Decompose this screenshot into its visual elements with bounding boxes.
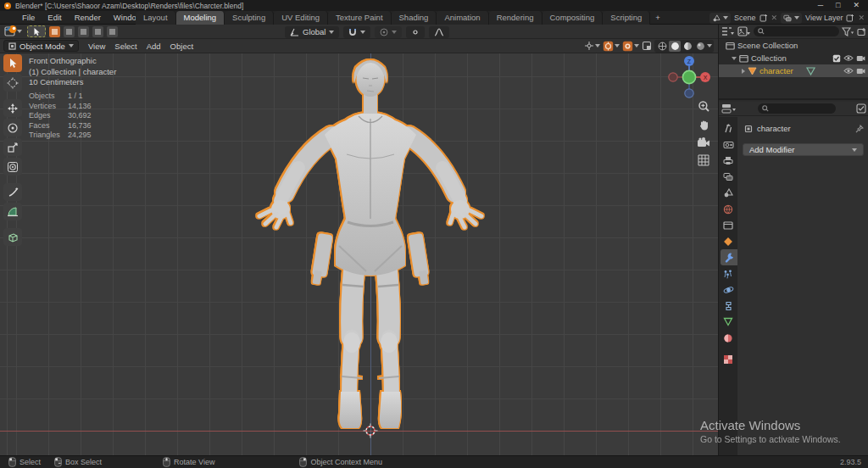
tab-world[interactable] (719, 201, 737, 217)
display-mode-icon[interactable] (721, 26, 735, 36)
menu-file[interactable]: File (22, 13, 35, 22)
menu-render[interactable]: Render (75, 13, 101, 22)
orientation-select[interactable]: Global (285, 26, 339, 38)
tab-material[interactable] (719, 330, 737, 346)
tab-object-data[interactable] (719, 314, 737, 330)
character-model[interactable] (253, 47, 493, 455)
new-collection-icon[interactable] (857, 27, 866, 36)
properties-search[interactable] (758, 103, 836, 114)
maximize-button[interactable]: □ (836, 0, 840, 11)
shading-material[interactable] (682, 41, 693, 52)
unlink-scene-icon[interactable]: ✕ (771, 14, 778, 22)
pin-icon[interactable] (855, 125, 864, 133)
add-workspace-button[interactable]: + (650, 11, 665, 25)
new-view-layer-icon[interactable] (846, 14, 854, 22)
new-scene-icon[interactable] (760, 14, 768, 22)
filter-type-icon[interactable] (737, 26, 751, 36)
outliner-character[interactable]: character (719, 64, 868, 77)
remove-view-layer-icon[interactable]: ✕ (858, 14, 866, 22)
close-button[interactable]: ✕ (853, 0, 860, 11)
tab-collection[interactable] (719, 217, 737, 233)
tab-particles[interactable] (719, 265, 737, 281)
menu-edit[interactable]: Edit (47, 13, 61, 22)
minimize-button[interactable]: ─ (818, 0, 823, 11)
menu-object[interactable]: Object (170, 42, 193, 51)
shading-rendered[interactable] (694, 41, 706, 52)
tab-object[interactable] (719, 233, 737, 249)
scene-selector[interactable] (709, 13, 731, 24)
show-overlays-toggle[interactable] (603, 41, 620, 52)
mode-select[interactable]: Object Mode (3, 40, 79, 52)
tab-scene[interactable] (719, 185, 737, 201)
tab-modeling[interactable]: Modeling (176, 11, 225, 25)
tab-shading[interactable]: Shading (392, 11, 437, 25)
add-cube-tool[interactable] (3, 228, 22, 246)
snap-toggle[interactable] (343, 26, 370, 38)
pivot-point-select[interactable] (406, 26, 425, 38)
menu-view[interactable]: View (88, 42, 105, 51)
scale-tool[interactable] (3, 138, 22, 156)
disclosure-closed-icon[interactable] (742, 69, 745, 74)
tab-uv-editing[interactable]: UV Editing (274, 11, 328, 25)
outliner-scene-collection[interactable]: Scene Collection (719, 39, 868, 52)
move-tool[interactable] (3, 99, 22, 117)
disclosure-open-icon[interactable] (732, 57, 737, 60)
annotate-tool[interactable] (3, 183, 22, 201)
camera-view-icon[interactable] (697, 137, 710, 148)
select-mode-intersect[interactable] (107, 26, 118, 37)
select-mode-set[interactable] (49, 26, 60, 37)
rotate-tool[interactable] (3, 119, 22, 136)
tab-scripting[interactable]: Scripting (603, 11, 650, 25)
falloff-select[interactable] (429, 26, 449, 38)
tab-physics[interactable] (719, 281, 737, 298)
select-mode-subtract[interactable] (78, 26, 89, 37)
filter-funnel-icon[interactable] (842, 27, 854, 36)
show-gizmo-toggle[interactable] (584, 41, 600, 51)
outliner-search[interactable] (754, 26, 839, 36)
menu-add[interactable]: Add (147, 42, 161, 51)
tab-animation[interactable]: Animation (437, 11, 488, 25)
shading-solid[interactable] (669, 41, 681, 52)
tab-modifiers[interactable] (721, 249, 737, 265)
navigation-gizmo[interactable]: Z X (665, 53, 714, 102)
filter-options-icon[interactable] (856, 103, 866, 114)
checkbox-icon[interactable] (832, 54, 841, 63)
cursor-tool[interactable] (3, 74, 22, 92)
add-modifier-button[interactable]: Add Modifier (743, 143, 864, 156)
proportional-edit-toggle[interactable] (375, 26, 402, 38)
transform-tool[interactable] (3, 158, 22, 176)
tab-compositing[interactable]: Compositing (542, 11, 604, 25)
outliner-collection[interactable]: Collection (719, 52, 868, 64)
move-icon (7, 103, 19, 114)
camera-icon[interactable] (856, 54, 865, 62)
tab-layout[interactable]: Layout (136, 11, 176, 25)
tab-render[interactable] (719, 136, 737, 153)
shading-wireframe[interactable] (656, 41, 668, 52)
blender-icon[interactable] (5, 25, 19, 34)
eye-icon[interactable] (843, 54, 854, 62)
select-mode-invert[interactable] (92, 26, 103, 37)
toggle-xray[interactable] (622, 41, 639, 52)
tab-tool[interactable] (719, 120, 737, 136)
properties-editor-icon[interactable] (721, 103, 737, 114)
tab-texture-paint[interactable]: Texture Paint (328, 11, 391, 25)
tab-output[interactable] (719, 153, 737, 169)
zoom-icon[interactable] (698, 100, 710, 113)
view-layer-selector[interactable] (781, 13, 802, 24)
pan-hand-icon[interactable] (698, 119, 710, 131)
tab-rendering[interactable]: Rendering (489, 11, 542, 25)
select-mode-extend[interactable] (64, 26, 75, 37)
tab-texture[interactable] (719, 351, 737, 367)
active-tool-indicator[interactable] (27, 25, 46, 37)
3d-viewport[interactable]: Front Orthographic (1) Collection | char… (0, 39, 718, 455)
snap-region-toggle[interactable] (642, 41, 652, 51)
measure-tool[interactable] (3, 203, 22, 220)
tab-sculpting[interactable]: Sculpting (225, 11, 274, 25)
ortho-grid-icon[interactable] (698, 154, 709, 166)
eye-icon[interactable] (843, 67, 854, 75)
tab-constraints[interactable] (719, 298, 737, 314)
menu-select[interactable]: Select (114, 42, 136, 51)
camera-icon[interactable] (856, 67, 865, 75)
select-box-tool[interactable] (3, 54, 22, 72)
tab-view-layer[interactable] (719, 169, 737, 185)
